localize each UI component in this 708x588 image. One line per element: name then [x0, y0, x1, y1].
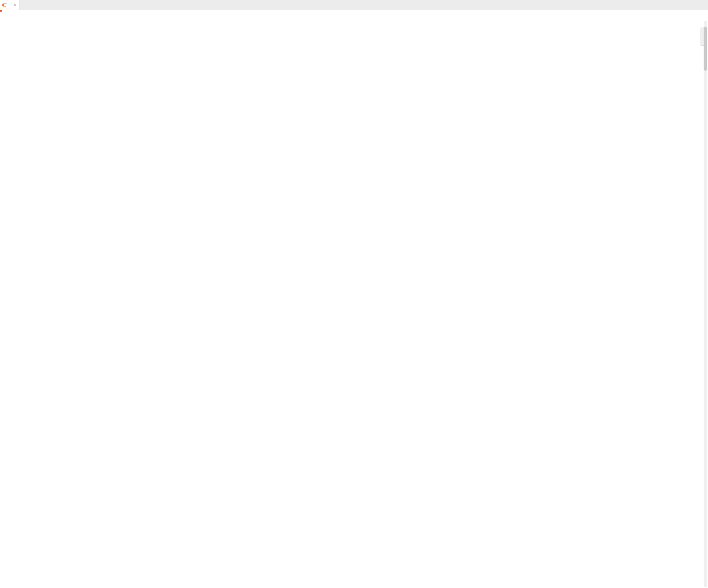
- scrollbar-thumb[interactable]: [704, 27, 707, 71]
- fold-gutter[interactable]: [20, 10, 26, 588]
- vertical-scrollbar[interactable]: [704, 21, 707, 587]
- line-number-gutter: [0, 10, 14, 588]
- marker-gutter: [14, 10, 20, 588]
- file-tab[interactable]: ×: [0, 0, 20, 10]
- close-icon[interactable]: ×: [14, 3, 16, 7]
- editor-viewport[interactable]: [0, 10, 708, 588]
- maven-file-icon: [3, 3, 9, 7]
- code-area[interactable]: [26, 10, 708, 588]
- editor-window: ×: [0, 0, 708, 588]
- tab-bar: ×: [0, 0, 708, 10]
